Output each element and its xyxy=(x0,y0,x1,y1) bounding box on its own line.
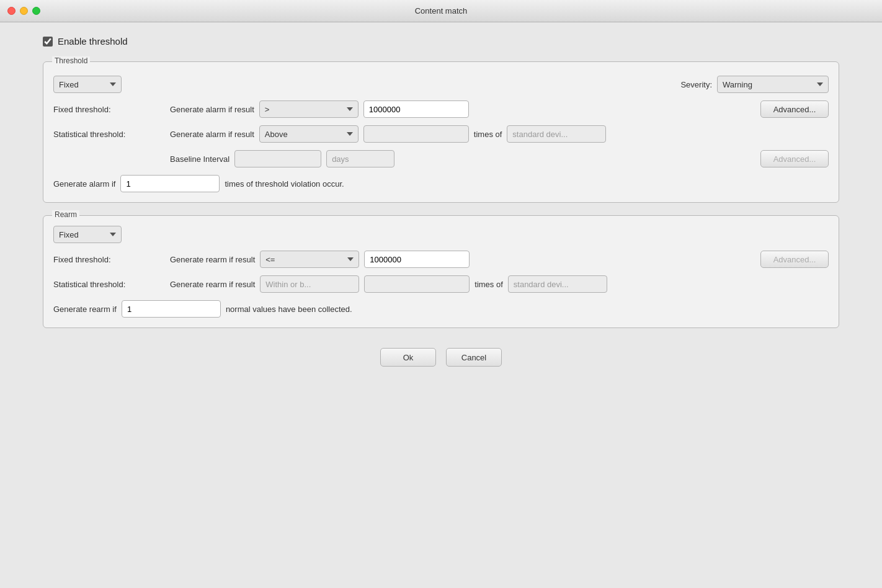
alarm-operator-dropdown[interactable]: > >= < <= = != xyxy=(259,100,359,118)
rearm-type-row: Fixed Statistical xyxy=(53,226,829,243)
violation-suffix: times of threshold violation occur. xyxy=(225,179,344,189)
stat-generate-alarm-label: Generate alarm if result xyxy=(170,130,254,139)
statistical-threshold-label: Statistical threshold: xyxy=(53,130,165,139)
rearm-stat-std-dropdown[interactable]: standard devi... standard deviation mean xyxy=(508,275,607,293)
severity-right: Severity: Warning Critical Major Minor xyxy=(680,76,829,93)
violation-count-input[interactable] xyxy=(120,175,220,192)
cancel-button[interactable]: Cancel xyxy=(446,348,502,367)
window-controls xyxy=(7,7,40,15)
alarm-value-input[interactable] xyxy=(363,100,469,118)
stat-times-input[interactable] xyxy=(363,125,469,143)
rearm-statistical-row: Statistical threshold: Generate rearm if… xyxy=(53,275,829,293)
baseline-interval-row: Baseline Interval days hours weeks Advan… xyxy=(53,150,829,167)
ok-button[interactable]: Ok xyxy=(380,348,436,367)
rearm-stat-direction-dropdown[interactable]: Within or b... Above Below xyxy=(260,275,359,293)
bottom-buttons: Ok Cancel xyxy=(43,348,839,367)
rearm-fixed-threshold-row: Fixed threshold: Generate rearm if resul… xyxy=(53,251,829,268)
rearm-section: Rearm Fixed Statistical Fixed threshold:… xyxy=(43,215,839,328)
stat-direction-dropdown[interactable]: Above Below Above or below xyxy=(259,125,359,143)
rearm-operator-dropdown[interactable]: <= >= < > = != xyxy=(260,251,359,268)
titlebar: Content match xyxy=(0,0,882,22)
enable-threshold-row: Enable threshold xyxy=(43,36,839,47)
window-title: Content match xyxy=(415,6,468,16)
rearm-suffix: normal values have been collected. xyxy=(226,305,352,314)
severity-label: Severity: xyxy=(680,80,712,89)
statistical-threshold-row: Statistical threshold: Generate alarm if… xyxy=(53,125,829,143)
generate-alarm-violation-row: Generate alarm if times of threshold vio… xyxy=(53,175,829,192)
rearm-value-input[interactable] xyxy=(364,251,470,268)
rearm-count-input[interactable] xyxy=(122,300,221,318)
stat-advanced-button[interactable]: Advanced... xyxy=(760,150,829,167)
generate-alarm-if-label: Generate alarm if xyxy=(53,179,115,189)
rearm-type-dropdown[interactable]: Fixed Statistical xyxy=(53,226,122,243)
threshold-type-severity-row: Fixed Statistical Severity: Warning Crit… xyxy=(53,76,829,93)
rearm-stat-label: Statistical threshold: xyxy=(53,280,165,289)
close-button[interactable] xyxy=(7,7,16,15)
rearm-times-of-label: times of xyxy=(474,280,503,289)
alarm-advanced-button[interactable]: Advanced... xyxy=(760,100,829,118)
main-content: Enable threshold Threshold Fixed Statist… xyxy=(25,22,857,381)
enable-threshold-checkbox[interactable] xyxy=(43,37,53,47)
threshold-legend: Threshold xyxy=(52,56,90,65)
minimize-button[interactable] xyxy=(20,7,28,15)
stat-std-dropdown[interactable]: standard devi... standard deviation mean xyxy=(507,125,606,143)
rearm-stat-generate-label: Generate rearm if result xyxy=(170,280,255,289)
threshold-type-dropdown[interactable]: Fixed Statistical xyxy=(53,76,122,93)
maximize-button[interactable] xyxy=(32,7,40,15)
baseline-label: Baseline Interval xyxy=(170,154,229,164)
generate-rearm-if-label: Generate rearm if xyxy=(53,305,117,314)
generate-rearm-row: Generate rearm if normal values have bee… xyxy=(53,300,829,318)
times-of-label: times of xyxy=(474,130,502,139)
fixed-threshold-label: Fixed threshold: xyxy=(53,105,165,114)
baseline-days-dropdown[interactable]: days hours weeks xyxy=(326,150,394,167)
threshold-type-left: Fixed Statistical xyxy=(53,76,122,93)
rearm-fixed-label: Fixed threshold: xyxy=(53,255,165,264)
severity-dropdown[interactable]: Warning Critical Major Minor xyxy=(717,76,829,93)
generate-alarm-label: Generate alarm if result xyxy=(170,105,254,114)
rearm-stat-times-input[interactable] xyxy=(364,275,470,293)
baseline-input[interactable] xyxy=(234,150,321,167)
enable-threshold-label: Enable threshold xyxy=(58,36,128,47)
rearm-advanced-button[interactable]: Advanced... xyxy=(760,251,829,268)
fixed-threshold-row: Fixed threshold: Generate alarm if resul… xyxy=(53,100,829,118)
rearm-legend: Rearm xyxy=(52,210,79,219)
generate-rearm-label: Generate rearm if result xyxy=(170,255,255,264)
threshold-section: Threshold Fixed Statistical Severity: Wa… xyxy=(43,61,839,203)
